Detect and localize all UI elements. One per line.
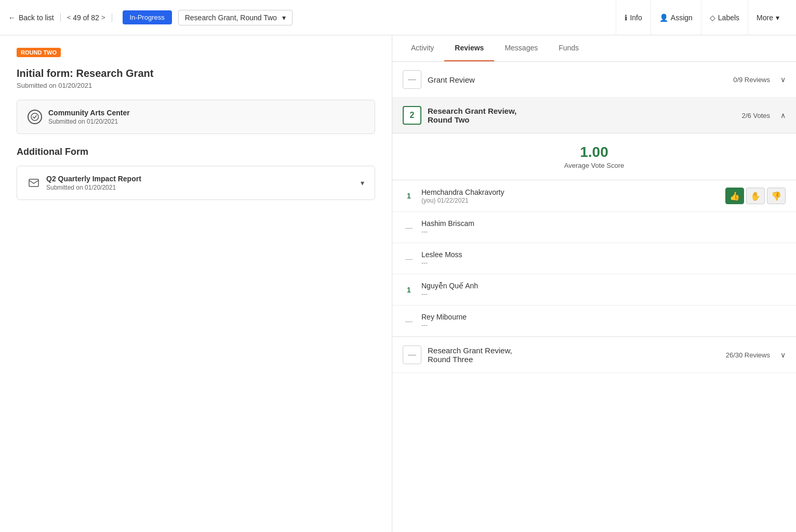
- voter-name-rey: Rey Mibourne: [421, 313, 786, 321]
- research-grant-round-two-chevron-icon[interactable]: ∧: [780, 111, 786, 119]
- counter-label: 49 of 82: [73, 14, 99, 22]
- voter-date-nguyen: ---: [421, 290, 786, 298]
- form-submitted: Submitted on 01/20/2021: [17, 82, 375, 89]
- chevron-down-icon: ▾: [282, 14, 286, 22]
- grant-review-chevron-icon[interactable]: ∨: [780, 75, 786, 84]
- voter-row-rey: — Rey Mibourne ---: [392, 305, 796, 337]
- voter-name-hashim: Hashim Briscam: [421, 219, 786, 228]
- voter-date-leslee: ---: [421, 259, 786, 267]
- envelope-icon: [28, 177, 40, 189]
- voter-name-nguyen: Nguyễn Quế Anh: [421, 282, 786, 290]
- checkmark-icon: [28, 110, 42, 124]
- grant-review-badge: —: [403, 70, 421, 89]
- assign-button[interactable]: 👤 Assign: [651, 0, 701, 35]
- voter-score-rey: —: [403, 317, 415, 325]
- status-badge[interactable]: In-Progress: [123, 10, 172, 24]
- labels-label: Labels: [718, 14, 739, 22]
- thumbs-down-button[interactable]: 👎: [767, 188, 786, 204]
- header-bar: ← Back to list < 49 of 82 > In-Progress …: [0, 0, 796, 35]
- main-layout: ROUND TWO Initial form: Research Grant S…: [0, 35, 796, 532]
- vote-actions-hemchandra: 👍 ✋ 👎: [725, 188, 786, 204]
- more-button[interactable]: More ▾: [748, 0, 788, 35]
- q2-chevron-icon[interactable]: ▾: [361, 179, 364, 187]
- tab-activity[interactable]: Activity: [401, 35, 444, 61]
- research-grant-round-two-badge: 2: [403, 106, 421, 125]
- research-grant-round-two-header[interactable]: 2 Research Grant Review,Round Two 2/6 Vo…: [392, 98, 796, 134]
- research-grant-round-two-name: Research Grant Review,Round Two: [428, 107, 736, 124]
- voter-row-leslee: — Leslee Moss ---: [392, 243, 796, 274]
- research-grant-round-three-name: Research Grant Review,Round Three: [428, 346, 720, 364]
- voter-name-hemchandra: Hemchandra Chakravorty: [421, 188, 719, 196]
- nav-counter: < 49 of 82 >: [61, 14, 112, 22]
- community-arts-card[interactable]: Community Arts Center Submitted on 01/20…: [17, 100, 375, 134]
- research-grant-round-three-count: 26/30 Reviews: [726, 351, 770, 359]
- grant-review-header[interactable]: — Grant Review 0/9 Reviews ∨: [392, 62, 796, 97]
- more-chevron-icon: ▾: [776, 14, 779, 22]
- voter-date-rey: ---: [421, 322, 786, 329]
- grant-review-section: — Grant Review 0/9 Reviews ∨: [392, 62, 796, 98]
- voter-score-leslee: —: [403, 255, 415, 263]
- grant-review-count: 0/9 Reviews: [733, 76, 770, 84]
- tab-funds[interactable]: Funds: [548, 35, 589, 61]
- info-icon: ℹ: [625, 14, 627, 22]
- q2-submitted: Submitted on 01/20/2021: [46, 184, 354, 191]
- research-grant-round-three-section: — Research Grant Review,Round Three 26/3…: [392, 337, 796, 373]
- grant-review-name: Grant Review: [428, 75, 727, 84]
- arrow-left-icon: ←: [8, 14, 16, 22]
- label-icon: ◇: [710, 14, 715, 22]
- info-label: Info: [630, 14, 642, 22]
- voter-info-rey: Rey Mibourne ---: [421, 313, 786, 329]
- grant-selector-dropdown[interactable]: Research Grant, Round Two ▾: [178, 10, 293, 25]
- info-button[interactable]: ℹ Info: [616, 0, 650, 35]
- voter-info-hemchandra: Hemchandra Chakravorty (you) 01/22/2021: [421, 188, 719, 204]
- research-grant-round-three-header[interactable]: — Research Grant Review,Round Three 26/3…: [392, 337, 796, 373]
- next-arrow[interactable]: >: [101, 14, 105, 21]
- voter-info-nguyen: Nguyễn Quế Anh ---: [421, 282, 786, 298]
- research-grant-round-two-section: 2 Research Grant Review,Round Two 2/6 Vo…: [392, 98, 796, 337]
- community-arts-submitted: Submitted on 01/20/2021: [48, 118, 364, 125]
- q2-info: Q2 Quarterly Impact Report Submitted on …: [46, 175, 354, 191]
- voter-info-leslee: Leslee Moss ---: [421, 250, 786, 267]
- voter-row-hashim: — Hashim Briscam ---: [392, 212, 796, 243]
- svg-rect-1: [29, 179, 38, 187]
- thumbs-neutral-button[interactable]: ✋: [746, 188, 765, 204]
- voter-score-nguyen: 1: [403, 286, 415, 294]
- voter-row-hemchandra: 1 Hemchandra Chakravorty (you) 01/22/202…: [392, 180, 796, 212]
- header-actions: ℹ Info 👤 Assign ◇ Labels More ▾: [616, 0, 788, 35]
- community-arts-info: Community Arts Center Submitted on 01/20…: [48, 109, 364, 125]
- more-label: More: [757, 14, 773, 22]
- q2-title: Q2 Quarterly Impact Report: [46, 175, 354, 183]
- tab-reviews[interactable]: Reviews: [444, 35, 494, 61]
- voter-info-hashim: Hashim Briscam ---: [421, 219, 786, 235]
- thumbs-up-button[interactable]: 👍: [725, 188, 744, 204]
- right-tabs: Activity Reviews Messages Funds: [392, 35, 796, 62]
- additional-form-title: Additional Form: [17, 147, 375, 157]
- person-icon: 👤: [659, 14, 668, 22]
- round-badge-label: ROUND TWO: [21, 49, 57, 56]
- right-panel: Activity Reviews Messages Funds — Grant …: [392, 35, 796, 532]
- labels-button[interactable]: ◇ Labels: [701, 0, 748, 35]
- back-to-list-button[interactable]: ← Back to list: [8, 14, 61, 22]
- community-arts-title: Community Arts Center: [48, 109, 364, 117]
- left-panel: ROUND TWO Initial form: Research Grant S…: [0, 35, 392, 532]
- voter-date-hashim: ---: [421, 228, 786, 235]
- research-grant-round-two-count: 2/6 Votes: [742, 112, 770, 119]
- round-badge: ROUND TWO: [17, 48, 61, 57]
- voter-score-hashim: —: [403, 223, 415, 232]
- q2-card[interactable]: Q2 Quarterly Impact Report Submitted on …: [17, 166, 375, 200]
- voter-score-hemchandra: 1: [403, 192, 415, 200]
- form-title: Initial form: Research Grant: [17, 68, 375, 79]
- avg-score-area: 1.00 Average Vote Score: [392, 134, 796, 180]
- prev-arrow[interactable]: <: [67, 14, 71, 21]
- tab-messages[interactable]: Messages: [494, 35, 548, 61]
- voter-name-leslee: Leslee Moss: [421, 250, 786, 259]
- assign-label: Assign: [671, 14, 693, 22]
- avg-score-label: Average Vote Score: [403, 162, 786, 169]
- tab-content-reviews: — Grant Review 0/9 Reviews ∨ 2 Research …: [392, 62, 796, 532]
- research-grant-round-three-badge: —: [403, 345, 421, 364]
- back-to-list-label: Back to list: [19, 14, 54, 22]
- voter-row-nguyen: 1 Nguyễn Quế Anh ---: [392, 274, 796, 305]
- research-grant-round-three-chevron-icon[interactable]: ∨: [780, 351, 786, 359]
- avg-score-number: 1.00: [403, 144, 786, 161]
- grant-selector-label: Research Grant, Round Two: [185, 14, 277, 22]
